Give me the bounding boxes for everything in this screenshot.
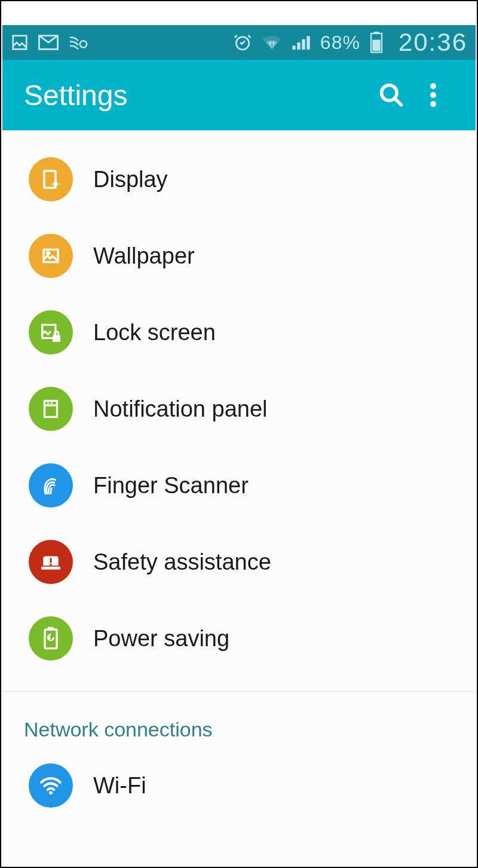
status-bar: 68% 20:36 bbox=[2, 25, 476, 60]
alarm-icon bbox=[233, 33, 252, 52]
svg-rect-10 bbox=[372, 40, 381, 51]
svg-rect-26 bbox=[50, 558, 51, 563]
settings-item-label: Safety assistance bbox=[93, 549, 271, 575]
svg-rect-0 bbox=[13, 36, 27, 50]
clock: 20:36 bbox=[399, 28, 467, 57]
settings-list[interactable]: Sounds and notifications Display bbox=[2, 130, 476, 866]
display-icon bbox=[29, 157, 73, 201]
search-button[interactable] bbox=[370, 82, 412, 108]
section-header-network: Network connections bbox=[2, 692, 476, 747]
settings-item-power-saving[interactable]: Power saving bbox=[2, 600, 476, 677]
settings-item-label: Wallpaper bbox=[93, 243, 195, 269]
settings-item-label: Finger Scanner bbox=[93, 473, 249, 499]
settings-item-label: Display bbox=[93, 167, 168, 192]
wallpaper-icon bbox=[29, 234, 73, 278]
notification-panel-icon bbox=[29, 387, 73, 431]
battery-icon bbox=[370, 32, 383, 53]
settings-item-label: Wi-Fi bbox=[93, 773, 146, 799]
svg-point-16 bbox=[53, 182, 58, 187]
wifi-icon bbox=[29, 763, 73, 808]
wifi-status-icon bbox=[262, 34, 282, 51]
settings-item-wallpaper[interactable]: Wallpaper bbox=[2, 218, 476, 294]
page-title: Settings bbox=[24, 79, 370, 112]
svg-point-2 bbox=[80, 41, 87, 47]
svg-rect-6 bbox=[302, 39, 305, 50]
svg-point-14 bbox=[430, 101, 436, 107]
mail-icon bbox=[38, 35, 59, 50]
settings-item-sounds[interactable]: Sounds and notifications bbox=[2, 130, 476, 141]
battery-percent: 68% bbox=[320, 32, 360, 54]
settings-item-safety[interactable]: Safety assistance bbox=[2, 524, 476, 600]
settings-item-notification-panel[interactable]: Notification panel bbox=[2, 371, 476, 447]
svg-rect-29 bbox=[48, 627, 54, 629]
power-saving-icon bbox=[29, 616, 73, 661]
overflow-menu-button[interactable] bbox=[412, 83, 454, 107]
settings-item-finger-scanner[interactable]: Finger Scanner bbox=[2, 447, 476, 524]
lockscreen-icon bbox=[29, 310, 73, 354]
app-header: Settings bbox=[2, 60, 476, 130]
svg-rect-5 bbox=[297, 42, 300, 50]
svg-rect-20 bbox=[53, 335, 60, 342]
signal-icon bbox=[292, 34, 311, 51]
svg-rect-4 bbox=[292, 45, 295, 50]
settings-item-label: Power saving bbox=[93, 626, 229, 652]
svg-rect-7 bbox=[307, 36, 310, 50]
svg-rect-9 bbox=[373, 32, 379, 34]
svg-rect-25 bbox=[41, 567, 60, 570]
svg-rect-28 bbox=[45, 629, 57, 649]
settings-item-wifi[interactable]: Wi-Fi bbox=[2, 747, 476, 824]
svg-point-12 bbox=[430, 83, 436, 89]
settings-item-label: Lock screen bbox=[93, 320, 216, 346]
svg-point-13 bbox=[430, 92, 436, 98]
stream-icon bbox=[68, 33, 88, 51]
image-icon bbox=[11, 33, 29, 51]
svg-rect-27 bbox=[50, 564, 51, 566]
svg-point-18 bbox=[47, 252, 49, 254]
settings-item-lockscreen[interactable]: Lock screen bbox=[2, 294, 476, 371]
settings-item-label: Notification panel bbox=[93, 396, 268, 422]
settings-item-display[interactable]: Display bbox=[2, 141, 476, 218]
svg-point-30 bbox=[49, 791, 53, 794]
safety-icon bbox=[29, 540, 73, 584]
fingerprint-icon bbox=[29, 463, 73, 508]
